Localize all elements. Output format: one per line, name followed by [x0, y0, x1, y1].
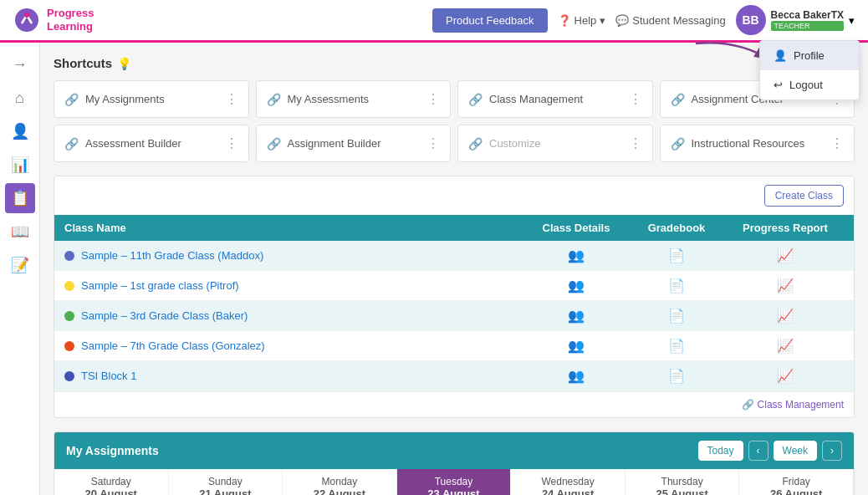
table-row: Sample – 7th Grade Class (Gonzalez) 👥 📄 … [54, 331, 854, 361]
chevron-down-icon-user: ▾ [849, 14, 855, 27]
progress-report-icon[interactable]: 📈 [727, 308, 844, 324]
progress-report-icon[interactable]: 📈 [727, 248, 844, 263]
class-color-dot [64, 251, 74, 261]
more-dots-icon[interactable]: ⋮ [830, 135, 844, 151]
class-details-icon[interactable]: 👥 [526, 278, 626, 293]
profile-icon: 👤 [11, 122, 29, 140]
more-dots-icon[interactable]: ⋮ [629, 91, 642, 107]
class-name-cell[interactable]: Sample – 7th Grade Class (Gonzalez) [64, 339, 526, 352]
calendar-days-header: Saturday 20 August Sunday 21 August Mond… [54, 469, 854, 495]
class-name: TSI Block 1 [81, 370, 136, 382]
calendar-title: My Assignments [66, 444, 159, 457]
more-dots-icon[interactable]: ⋮ [426, 91, 440, 107]
week-button[interactable]: Week [774, 441, 817, 461]
col-class-name: Class Name [64, 222, 526, 234]
day-thursday: Thursday 25 August [625, 469, 740, 495]
gradebook-icon[interactable]: 📄 [626, 278, 727, 293]
next-week-button[interactable]: › [822, 441, 842, 461]
messaging-label: Student Messaging [632, 14, 725, 27]
logo-area[interactable]: Progress Learning [13, 7, 94, 33]
create-class-button[interactable]: Create Class [764, 185, 844, 207]
shortcut-left: 🔗 Assessment Builder [64, 137, 181, 151]
more-dots-icon[interactable]: ⋮ [629, 135, 642, 151]
link-icon: 🔗 [468, 93, 483, 106]
class-management-link[interactable]: 🔗 Class Management [742, 399, 844, 411]
shortcut-my-assignments[interactable]: 🔗 My Assignments ⋮ [54, 80, 249, 118]
progress-report-icon[interactable]: 📈 [727, 338, 844, 354]
shortcuts-grid: 🔗 My Assignments ⋮ 🔗 My Assessments ⋮ 🔗 … [54, 80, 855, 162]
shortcut-label: Class Management [489, 93, 583, 105]
help-label: Help [574, 14, 597, 27]
classes-header-row: Create Class [54, 176, 854, 215]
sidebar-item-home[interactable]: ⌂ [5, 83, 35, 113]
shortcut-left: 🔗 My Assignments [64, 93, 165, 106]
classes-section: Create Class Class Name Class Details Gr… [54, 176, 855, 418]
more-dots-icon[interactable]: ⋮ [225, 91, 238, 107]
shortcut-label: My Assessments [288, 93, 370, 105]
table-row: Sample – 1st grade class (Pitrof) 👥 📄 📈 [54, 271, 854, 301]
expand-icon: → [13, 56, 28, 74]
feedback-button[interactable]: Product Feedback [432, 8, 548, 33]
shortcut-assignment-builder[interactable]: 🔗 Assignment Builder ⋮ [256, 125, 452, 162]
class-name-cell[interactable]: TSI Block 1 [64, 370, 526, 382]
shortcut-customize[interactable]: 🔗 Customize ⋮ [457, 125, 653, 162]
help-link[interactable]: ❓ Help ▾ [558, 14, 606, 27]
calendar-section: My Assignments Today ‹ Week › Saturday 2… [54, 431, 855, 495]
class-name-cell[interactable]: Sample – 3rd Grade Class (Baker) [64, 309, 526, 322]
shortcut-left: 🔗 My Assessments [267, 93, 370, 106]
sidebar-item-reports[interactable]: 📊 [5, 150, 35, 180]
avatar: BB [736, 5, 766, 35]
resources-icon: 📖 [11, 222, 29, 241]
shortcut-left: 🔗 Class Management [468, 93, 583, 106]
link-icon: 🔗 [267, 137, 281, 151]
shortcut-label: Customize [489, 137, 540, 150]
message-icon: 💬 [615, 14, 629, 27]
shortcut-label: My Assignments [85, 93, 165, 105]
shortcut-instructional-resources[interactable]: 🔗 Instructional Resources ⋮ [660, 125, 855, 162]
help-icon: ❓ [558, 14, 571, 27]
col-class-details: Class Details [526, 222, 626, 234]
class-name-cell[interactable]: Sample – 11th Grade Class (Maddox) [64, 249, 526, 262]
user-avatar-area[interactable]: BB Becca BakerTX TEACHER ▾ [736, 5, 855, 35]
gradebook-icon[interactable]: 📄 [626, 248, 727, 263]
day-tuesday-today: Tuesday 23 August [397, 469, 512, 495]
today-button[interactable]: Today [698, 441, 743, 461]
class-details-icon[interactable]: 👥 [526, 248, 626, 263]
gradebook-icon[interactable]: 📄 [626, 368, 727, 384]
sidebar-item-resources[interactable]: 📖 [5, 217, 35, 247]
reports-icon: 📊 [11, 156, 29, 174]
day-sunday: Sunday 21 August [169, 469, 283, 495]
sidebar-item-assignments[interactable]: 📋 [5, 183, 35, 213]
more-dots-icon[interactable]: ⋮ [225, 135, 238, 151]
progress-report-icon[interactable]: 📈 [727, 368, 844, 384]
gradebook-icon[interactable]: 📄 [626, 338, 727, 354]
gradebook-icon[interactable]: 📄 [626, 308, 727, 324]
prev-week-button[interactable]: ‹ [748, 441, 768, 461]
class-name: Sample – 7th Grade Class (Gonzalez) [81, 339, 265, 352]
class-name: Sample – 3rd Grade Class (Baker) [81, 309, 248, 322]
class-details-icon[interactable]: 👥 [526, 338, 626, 354]
day-saturday: Saturday 20 August [54, 469, 169, 495]
dropdown-profile-item[interactable]: 👤 Profile [760, 41, 859, 70]
link-icon: 🔗 [671, 137, 685, 151]
calendar-nav: Today ‹ Week › [698, 441, 843, 461]
class-details-icon[interactable]: 👥 [526, 368, 626, 384]
svg-point-1 [24, 13, 29, 18]
link-icon: 🔗 [64, 93, 79, 106]
shortcut-assessment-builder[interactable]: 🔗 Assessment Builder ⋮ [54, 125, 249, 162]
sidebar-expand[interactable]: → [5, 49, 35, 79]
class-name-cell[interactable]: Sample – 1st grade class (Pitrof) [64, 279, 526, 292]
assessments-icon: 📝 [11, 256, 29, 274]
class-details-icon[interactable]: 👥 [526, 308, 626, 324]
shortcut-my-assessments[interactable]: 🔗 My Assessments ⋮ [256, 80, 452, 118]
shortcut-class-management[interactable]: 🔗 Class Management ⋮ [457, 80, 653, 118]
dropdown-logout-item[interactable]: ↩ Logout [760, 70, 859, 100]
logo-line2: Learning [47, 20, 94, 33]
more-dots-icon[interactable]: ⋮ [426, 135, 440, 151]
sidebar-item-profile[interactable]: 👤 [5, 116, 35, 146]
sidebar-item-assessments[interactable]: 📝 [5, 250, 35, 280]
class-color-dot [64, 281, 74, 291]
shortcut-left: 🔗 Instructional Resources [671, 137, 805, 151]
progress-report-icon[interactable]: 📈 [727, 278, 844, 293]
messaging-link[interactable]: 💬 Student Messaging [615, 14, 725, 27]
